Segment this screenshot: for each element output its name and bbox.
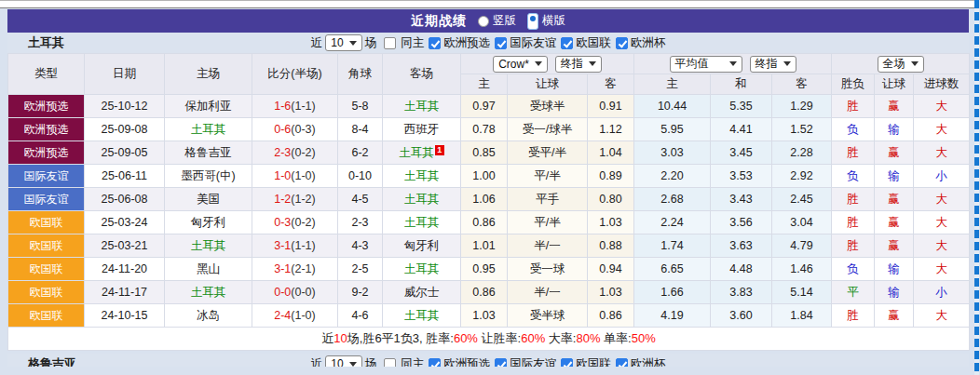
cell-result: 胜 bbox=[832, 188, 875, 211]
col-header-avg-away: 客 bbox=[772, 74, 832, 95]
cell-avg-home-odds: 6.65 bbox=[634, 258, 711, 281]
cell-goals-result: 大 bbox=[914, 211, 970, 234]
cell-goals-result: 小 bbox=[914, 281, 970, 304]
vertical-radio-icon[interactable] bbox=[478, 16, 489, 27]
next-match-count-select[interactable]: 10 bbox=[325, 355, 361, 367]
cell-league-type: 欧洲预选 bbox=[8, 141, 85, 165]
cell-handicap-home-odds: 0.86 bbox=[461, 211, 508, 234]
away-team-name: 西班牙 bbox=[404, 123, 440, 136]
cell-home-team: 美国 bbox=[165, 188, 252, 211]
vertical-scrollbar[interactable] bbox=[974, 0, 979, 375]
fulltime-score: 1-6 bbox=[274, 100, 291, 113]
handicap-odds-time-value: 终指 bbox=[561, 56, 583, 72]
cell-result: 胜 bbox=[832, 304, 875, 328]
next-league-checkbox-0[interactable] bbox=[429, 358, 441, 368]
horizontal-layout-option[interactable]: 横版 bbox=[527, 13, 565, 30]
fulltime-score: 2-4 bbox=[274, 309, 291, 322]
away-team-name: 土耳其 bbox=[404, 262, 440, 275]
section-title-bar: 近期战绩 竖版 横版 bbox=[7, 9, 969, 33]
horizontal-radio-icon[interactable] bbox=[527, 13, 538, 30]
cell-home-team: 格鲁吉亚 bbox=[165, 141, 252, 165]
handicap-odds-group-header: Crow* 终指 bbox=[461, 54, 634, 74]
cell-corner: 5-8 bbox=[338, 95, 383, 118]
cell-avg-away-odds: 4.79 bbox=[772, 234, 832, 258]
vertical-layout-option[interactable]: 竖版 bbox=[478, 13, 516, 29]
cell-date: 25-06-11 bbox=[85, 165, 165, 188]
games-label: 场 bbox=[365, 35, 377, 51]
table-row: 欧洲预选 25-10-12 保加利亚 1-6(1-1) 5-8 土耳其 0.97… bbox=[8, 95, 970, 118]
cell-date: 25-03-24 bbox=[85, 211, 165, 234]
cell-score: 2-3(0-2) bbox=[252, 141, 338, 165]
cell-home-team: 土耳其 bbox=[165, 118, 252, 141]
europe-odds-time-select[interactable]: 终指 bbox=[750, 56, 796, 73]
home-team-name: 冰岛 bbox=[197, 309, 220, 322]
next-team-name: 格鲁吉亚 bbox=[28, 355, 76, 367]
cell-away-team: 土耳其 bbox=[383, 95, 461, 118]
fulltime-score: 1-0 bbox=[274, 169, 291, 182]
cell-handicap-line: 平手 bbox=[508, 188, 588, 211]
cell-handicap-result: 输 bbox=[875, 118, 914, 141]
cell-avg-draw-odds: 3.45 bbox=[711, 141, 772, 165]
same-home-checkbox[interactable] bbox=[384, 37, 396, 49]
col-header-crow-line: 让球 bbox=[508, 74, 588, 95]
scope-select[interactable]: 全场 bbox=[878, 56, 924, 73]
next-league-checkbox-2[interactable] bbox=[561, 358, 573, 368]
home-team-name: 美国 bbox=[197, 193, 220, 206]
cell-handicap-line: 平/半 bbox=[508, 211, 588, 234]
halftime-score: (1-0) bbox=[291, 169, 315, 182]
cell-avg-home-odds: 2.24 bbox=[634, 211, 711, 234]
league-checkbox-3[interactable] bbox=[616, 37, 628, 49]
cell-handicap-away-odds: 1.04 bbox=[588, 141, 634, 165]
summary-stat-value: 50% bbox=[632, 331, 656, 345]
cell-avg-home-odds: 1.74 bbox=[634, 234, 711, 258]
table-row: 欧洲预选 25-09-05 格鲁吉亚 2-3(0-2) 6-2 土耳其1 0.8… bbox=[8, 141, 970, 165]
cell-handicap-away-odds: 1.03 bbox=[588, 211, 634, 234]
cell-league-type: 欧洲预选 bbox=[8, 118, 85, 141]
cell-home-team: 黑山 bbox=[165, 258, 252, 281]
cell-avg-away-odds: 2.92 bbox=[772, 165, 832, 188]
cell-result: 负 bbox=[832, 118, 875, 141]
cell-handicap-result: 赢 bbox=[875, 95, 914, 118]
cell-goals-result: 大 bbox=[914, 95, 970, 118]
cell-score: 2-4(1-0) bbox=[252, 304, 338, 328]
average-odds-select[interactable]: 平均值 bbox=[670, 56, 742, 73]
cell-date: 25-03-21 bbox=[85, 234, 165, 258]
away-team-name: 土耳其 bbox=[399, 146, 434, 159]
bookmaker-select[interactable]: Crow* bbox=[493, 56, 548, 73]
match-count-select[interactable]: 10 bbox=[325, 34, 361, 51]
next-league-checkbox-1[interactable] bbox=[495, 358, 507, 368]
cell-league-type: 欧国联 bbox=[8, 234, 85, 258]
handicap-odds-time-select[interactable]: 终指 bbox=[555, 56, 602, 73]
cell-corner: 4-3 bbox=[338, 234, 383, 258]
away-team-name: 匈牙利 bbox=[404, 239, 440, 252]
cell-avg-home-odds: 3.03 bbox=[634, 141, 711, 165]
cell-date: 25-10-12 bbox=[85, 95, 165, 118]
next-same-home-label: 同主 bbox=[401, 356, 424, 368]
halftime-score: (0-3) bbox=[291, 123, 315, 136]
fulltime-score: 1-2 bbox=[274, 193, 291, 206]
cell-handicap-line: 受平/半 bbox=[508, 141, 588, 165]
chevron-down-icon bbox=[535, 61, 542, 66]
cell-score: 0-0(0-0) bbox=[252, 281, 338, 304]
next-same-home-checkbox[interactable] bbox=[384, 358, 396, 368]
league-checkbox-1[interactable] bbox=[495, 37, 507, 49]
cell-handicap-result: 赢 bbox=[875, 304, 914, 328]
home-team-name: 黑山 bbox=[197, 262, 220, 275]
league-checkbox-0[interactable] bbox=[429, 37, 441, 49]
next-league-checkbox-3[interactable] bbox=[616, 358, 628, 368]
next-games-label: 场 bbox=[365, 356, 377, 368]
league-label-0: 欧洲预选 bbox=[443, 35, 490, 51]
cell-avg-away-odds: 1.29 bbox=[772, 95, 832, 118]
cell-handicap-line: 平/半 bbox=[508, 165, 588, 188]
league-checkbox-2[interactable] bbox=[561, 37, 573, 49]
cell-avg-draw-odds: 3.63 bbox=[711, 234, 772, 258]
cell-corner: 0-10 bbox=[338, 165, 383, 188]
table-row: 欧国联 24-11-17 土耳其 0-0(0-0) 9-2 威尔士 0.86 半… bbox=[8, 281, 970, 304]
average-odds-value: 平均值 bbox=[675, 56, 724, 72]
cell-handicap-away-odds: 1.12 bbox=[588, 118, 634, 141]
col-header-date: 日期 bbox=[85, 54, 165, 95]
cell-result: 胜 bbox=[832, 211, 875, 234]
next-section-bar: 格鲁吉亚 近 10 场 同主 欧洲预选 国际友谊 欧国联 欧洲杯 bbox=[7, 354, 969, 367]
table-row: 欧国联 25-03-21 土耳其 3-1(1-1) 4-3 匈牙利 1.01 半… bbox=[8, 234, 970, 258]
team-name: 土耳其 bbox=[28, 34, 64, 51]
